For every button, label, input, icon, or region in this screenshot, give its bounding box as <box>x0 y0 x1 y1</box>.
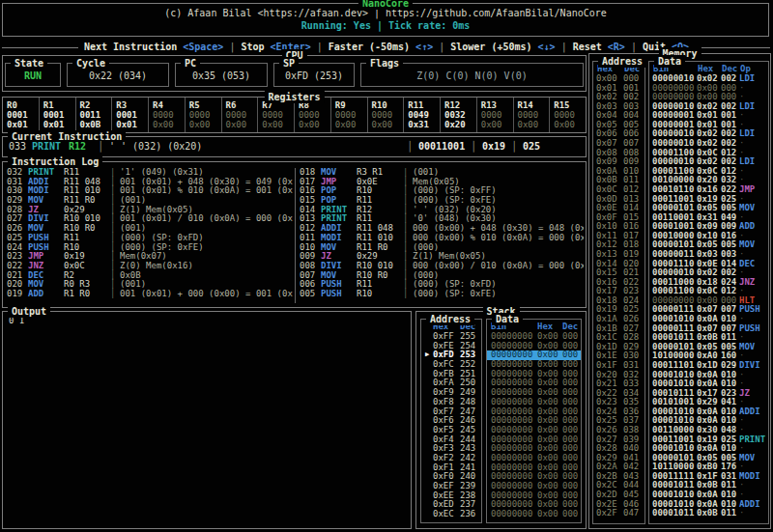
memory-address-hex: 0x2F <box>596 509 623 518</box>
menu-separator: | <box>556 42 573 52</box>
menu-item-key: <R> <box>608 42 625 52</box>
stack-pointer-gutter <box>425 500 433 510</box>
log-operands: R1 R0 <box>64 290 110 299</box>
stack-data-box: Data Bin Hex Dec 000000000x0000000000000… <box>486 319 582 523</box>
register-name: R14 <box>518 100 550 110</box>
ci-mnemonic: PRINT <box>32 141 61 152</box>
register-name: R9 <box>335 100 367 110</box>
register-hex-value: 0x00 <box>262 120 294 129</box>
register-hex-value: 0x00 <box>481 120 513 129</box>
log-detail: 000 (0x00) % 010 (0x0A) = 000 (0x00) <box>413 234 584 243</box>
log-row: 025PUSHR11│(000) (SP: 0xFD) <box>7 234 293 243</box>
ci-hex: 0x19 <box>482 141 505 152</box>
log-instruction-number: 005 <box>300 290 321 299</box>
memory-address-row: 0x2F047 <box>593 509 644 518</box>
stack-panel: Stack Address Hex Dec 0xFF2550xFE254▶0xF… <box>415 311 587 529</box>
menu-item-faster-50ms[interactable]: Faster (-50ms) <↑> <box>329 42 433 52</box>
register-hex-value: 0x01 <box>7 120 39 129</box>
log-row: 021DECR2│0x0B <box>7 271 293 281</box>
stack-pointer-gutter <box>425 378 433 388</box>
log-row: 011MODIR11 010│000 (0x00) % 010 (0x0A) =… <box>300 234 584 243</box>
ci-divider: │ <box>407 141 413 152</box>
register-name: R11 <box>408 100 440 110</box>
col-dec: Dec <box>722 64 740 73</box>
menu-item-key: <↑> <box>415 42 433 52</box>
register-cell-r10: R1000000x00 <box>368 98 405 132</box>
log-detail: (000) (SP: 0xFE) <box>120 243 293 253</box>
register-cell-r0: R000010x01 <box>3 98 40 132</box>
stack-pointer-gutter <box>425 342 433 351</box>
log-detail: (001) <box>120 224 293 234</box>
memory-address-title: Address <box>598 55 646 68</box>
stack-pointer-gutter <box>425 360 433 370</box>
log-mnemonic: PUSH <box>321 290 357 299</box>
register-cell-r9: R900000x00 <box>331 98 368 132</box>
stack-pointer-gutter <box>425 426 433 435</box>
log-detail: 000 (0x00) / 010 (0x0A) = 000 (0x00) <box>413 262 584 271</box>
menu-bar: Next Instruction <Space> | Stop <Enter> … <box>0 42 773 52</box>
stack-address-dec: 236 <box>460 510 481 519</box>
window-title: NanoCore <box>358 0 413 10</box>
register-dec-value: 0011 <box>80 110 112 120</box>
memory-address-box: Address Hex Dec 0x000000x010010x020020x0… <box>592 61 645 524</box>
stack-address-title: Address <box>426 313 474 325</box>
log-detail: (000) <box>413 271 584 281</box>
log-row: 032PRINTR11│'1' (049) (0x31) <box>7 168 293 178</box>
current-instruction-line: 033 PRINT R12 │ ' ' (032) (0x20) │ 00011… <box>3 137 586 156</box>
menu-item-next-instruction[interactable]: Next Instruction <Space> <box>84 42 224 52</box>
memory-op-dot: · <box>739 509 768 518</box>
stack-data-title: Data <box>492 313 523 325</box>
ci-num: 033 <box>9 141 26 152</box>
stack-pointer-gutter <box>425 388 433 398</box>
register-dec-value: 0000 <box>335 110 367 120</box>
log-row: 007MOVR10 R0│(000) <box>300 271 584 281</box>
register-cell-r15: R1500000x00 <box>550 98 586 132</box>
register-dec-value: 0000 <box>518 110 550 120</box>
register-hex-value: 0x01 <box>116 120 148 129</box>
menu-separator: | <box>433 42 450 52</box>
ci-divider: │ <box>511 141 517 152</box>
log-row: 018MOVR3 R1│(001) <box>300 168 584 178</box>
register-name: R6 <box>226 100 258 110</box>
log-row: 020MOVR0 R3│(001) <box>7 280 293 290</box>
register-dec-value: 0049 <box>408 110 440 120</box>
log-row: 031ADDIR11 048│001 (0x01) + 048 (0x30) =… <box>7 178 293 187</box>
log-detail: Mem(0x05) <box>413 178 584 187</box>
cpu-flags-box: Flags Z(0) C(0) N(0) V(0) <box>360 63 584 87</box>
stack-value-dec: 000 <box>562 510 581 519</box>
register-dec-value: 0000 <box>554 110 586 120</box>
memory-value-dec: 011 <box>721 509 739 518</box>
register-hex-value: 0x00 <box>226 120 258 129</box>
menu-separator: | <box>625 42 643 52</box>
log-detail: 001 (0x01) % 010 (0x0A) = 001 (0x01) <box>120 186 293 196</box>
menu-item-label: Slower (+50ms) <box>450 42 537 52</box>
log-detail: '1' (049) (0x31) <box>120 168 293 178</box>
log-detail: Z(1) Mem(0x05) <box>120 206 293 215</box>
stack-pointer-gutter <box>425 482 433 491</box>
log-row: 019ADDR1 R0│001 (0x01) + 000 (0x00) = 00… <box>7 290 293 299</box>
register-dec-value: 0000 <box>189 110 221 120</box>
register-hex-value: 0x00 <box>153 120 185 129</box>
ci-detail: ' ' (032) (0x20) <box>109 141 202 152</box>
registers-title: Registers <box>264 91 324 103</box>
register-name: R2 <box>80 100 112 110</box>
ci-operands: R12 <box>69 141 86 152</box>
log-detail: 0x0B <box>120 271 293 281</box>
stack-pointer-gutter <box>425 454 433 463</box>
instruction-log-title: Instruction Log <box>8 155 102 168</box>
register-hex-value: 0x00 <box>554 120 586 129</box>
register-hex-value: 0x20 <box>444 120 476 129</box>
register-name: R0 <box>7 100 39 110</box>
stack-pointer-gutter <box>425 370 433 379</box>
output-title: Output <box>8 305 50 318</box>
menu-item-reset[interactable]: Reset <R> <box>573 42 625 52</box>
ci-divider: │ <box>471 141 476 152</box>
stack-pointer-gutter <box>425 463 433 473</box>
menu-item-label: Faster (-50ms) <box>329 42 415 52</box>
stack-pointer-gutter <box>425 407 433 417</box>
register-cell-r12: R1200320x20 <box>441 98 477 132</box>
register-dec-value: 0000 <box>481 110 513 120</box>
menu-item-slower-50ms[interactable]: Slower (+50ms) <↓> <box>450 42 555 52</box>
menu-item-key: <↓> <box>538 42 556 52</box>
log-row: 005PUSHR10│(000) (SP: 0xFE) <box>300 290 584 299</box>
